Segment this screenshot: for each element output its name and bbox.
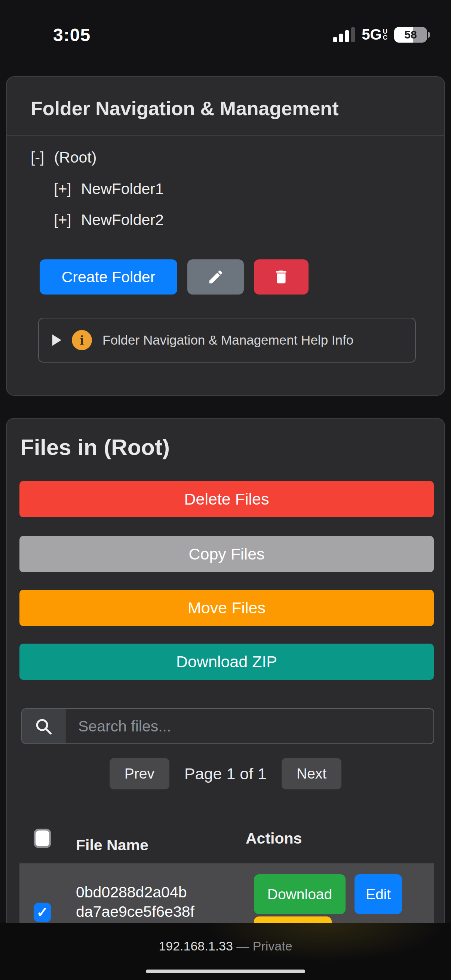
search-addon	[21, 708, 65, 744]
search-input[interactable]	[65, 708, 434, 744]
network-type-label: 5G	[362, 26, 381, 43]
file-name-cell: 0bd0288d2a04b da7ae9ce5f6e38f	[76, 883, 194, 921]
page-indicator: Page 1 of 1	[184, 765, 267, 783]
help-disclosure-label[interactable]: Folder Navigation & Management Help Info	[102, 332, 354, 348]
tree-item-label[interactable]: NewFolder1	[81, 180, 164, 198]
browser-bottom-bar: 192.168.1.33 — Private	[0, 923, 451, 980]
info-icon: i	[72, 330, 92, 350]
file-name-line: 0bd0288d2a04b	[76, 883, 194, 902]
tree-item-label[interactable]: (Root)	[54, 148, 97, 166]
next-page-button[interactable]: Next	[282, 758, 341, 789]
status-icons: 5G U C 58	[333, 26, 427, 43]
status-time: 3:05	[53, 25, 91, 45]
file-name-line: da7ae9ce5f6e38f	[76, 902, 194, 921]
battery-cap	[428, 32, 430, 38]
triangle-right-icon[interactable]	[53, 334, 61, 346]
tree-item-label[interactable]: NewFolder2	[81, 211, 164, 229]
folder-actions-row: Create Folder	[40, 259, 309, 294]
tree-item-newfolder1[interactable]: [+] NewFolder1	[54, 180, 164, 198]
privacy-label: — Private	[236, 939, 292, 953]
tree-item-root[interactable]: [-] (Root)	[31, 148, 97, 166]
url-text[interactable]: 192.168.1.33	[159, 939, 233, 953]
prev-page-button[interactable]: Prev	[110, 758, 169, 789]
files-card: Files in (Root) Delete Files Copy Files …	[6, 418, 445, 941]
delete-files-button[interactable]: Delete Files	[19, 481, 434, 517]
network-type-indicator: 5G U C	[362, 26, 387, 43]
tree-toggle-collapse[interactable]: [-]	[31, 148, 44, 166]
signal-strength-icon	[333, 27, 355, 42]
copy-files-button[interactable]: Copy Files	[19, 536, 434, 572]
edit-file-button[interactable]: Edit	[354, 874, 402, 914]
select-all-checkbox[interactable]	[33, 829, 51, 848]
status-bar: 3:05 5G U C 58	[0, 0, 451, 60]
pencil-icon	[207, 268, 225, 286]
download-file-button[interactable]: Download	[254, 874, 346, 914]
search-icon	[33, 716, 53, 736]
tree-item-newfolder2[interactable]: [+] NewFolder2	[54, 211, 164, 229]
pagination: Prev Page 1 of 1 Next	[7, 758, 444, 789]
row-checkbox-checked[interactable]: ✓	[33, 903, 51, 922]
download-zip-button[interactable]: Download ZIP	[19, 644, 434, 680]
trash-icon	[273, 268, 290, 286]
column-header-file-name: File Name	[76, 837, 148, 854]
tree-toggle-expand[interactable]: [+]	[54, 211, 72, 229]
network-subtype-label: U C	[383, 29, 387, 41]
tree-toggle-expand[interactable]: [+]	[54, 180, 72, 198]
battery-icon: 58	[394, 27, 427, 43]
checkmark-icon: ✓	[37, 904, 49, 921]
create-folder-button[interactable]: Create Folder	[40, 259, 177, 294]
files-card-title: Files in (Root)	[20, 434, 170, 460]
home-indicator[interactable]	[146, 969, 305, 973]
folder-help-disclosure[interactable]: i Folder Navigation & Management Help In…	[38, 318, 416, 363]
folder-card-title: Folder Navigation & Management	[31, 97, 338, 119]
delete-folder-button[interactable]	[254, 259, 309, 294]
move-files-button[interactable]: Move Files	[19, 590, 434, 626]
column-header-actions: Actions	[246, 830, 302, 847]
folder-management-card: Folder Navigation & Management [-] (Root…	[6, 76, 445, 396]
rename-folder-button[interactable]	[187, 259, 244, 294]
header-divider	[7, 135, 444, 136]
address-bar[interactable]: 192.168.1.33 — Private	[0, 939, 451, 953]
file-search-group	[21, 708, 434, 744]
battery-percent: 58	[394, 27, 427, 43]
